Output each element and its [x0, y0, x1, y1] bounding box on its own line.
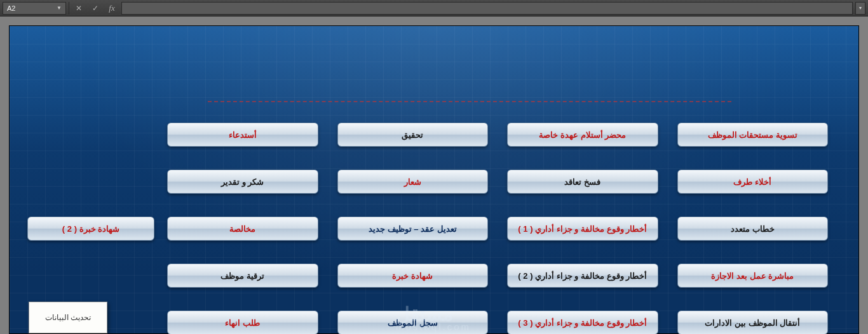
button-cell: أستدعاء [167, 123, 318, 147]
watermark: مستقل mostaql.com [396, 303, 471, 332]
action-button-label: خطاب متعدد [731, 224, 775, 234]
action-button-label: أخطار وقوع مخالفة و جزاء أداري ( 1 ) [518, 224, 647, 234]
action-button[interactable]: أخطار وقوع مخالفة و جزاء أداري ( 3 ) [507, 311, 658, 334]
accept-formula-icon[interactable]: ✓ [88, 2, 102, 15]
button-cell: خطاب متعدد [677, 217, 829, 241]
formula-input[interactable] [121, 2, 853, 15]
button-cell: فسخ تعاقد [507, 170, 658, 194]
action-button[interactable]: تحقيق [337, 123, 489, 147]
button-cell: محضر أستلام عهدة خاصة [507, 123, 658, 147]
formula-bar: A2 ▼ ✕ ✓ fx ▾ [0, 0, 868, 17]
action-button-label: شهادة خبرة [392, 271, 433, 281]
action-button-label: شكر و تقدير [221, 177, 264, 187]
name-box-dropdown-icon[interactable]: ▼ [57, 5, 62, 11]
extra-column: شهادة خبرة ( 2 ) [27, 217, 154, 241]
button-cell: أخطار وقوع مخالفة و جزاء أداري ( 3 ) [507, 311, 658, 334]
action-button[interactable]: أخلاء طرف [677, 170, 829, 194]
action-button[interactable]: مخالصة [167, 217, 318, 241]
name-box[interactable]: A2 ▼ [3, 2, 66, 15]
action-button[interactable]: ترقية موظف [167, 264, 318, 288]
action-button[interactable]: تسوية مستحقات الموظف [677, 123, 829, 147]
action-button-label: مباشرة عمل بعد الاجازة [711, 271, 794, 281]
action-button-label: أنتقال الموظف بين الادارات [705, 318, 800, 328]
action-button-label: محضر أستلام عهدة خاصة [539, 130, 626, 140]
button-row: أنتقال الموظف بين الاداراتأخطار وقوع مخا… [167, 311, 828, 334]
button-cell: شهادة خبرة [337, 264, 489, 288]
action-button-label: تعديل عقد – توظيف جديد [369, 224, 457, 234]
action-button-label: فسخ تعاقد [564, 177, 600, 187]
watermark-small: mostaql.com [396, 321, 471, 332]
action-button[interactable]: مباشرة عمل بعد الاجازة [677, 264, 829, 288]
button-cell: مخالصة [167, 217, 318, 241]
button-row: خطاب متعددأخطار وقوع مخالفة و جزاء أداري… [167, 217, 828, 241]
action-button-label: تحقيق [402, 130, 423, 140]
button-cell: شهادة خبرة ( 2 ) [27, 217, 154, 241]
button-row: مباشرة عمل بعد الاجازةأخطار وقوع مخالفة … [167, 264, 828, 288]
button-cell: أنتقال الموظف بين الادارات [677, 311, 829, 334]
action-button[interactable]: أخطار وقوع مخالفة و جزاء أداري ( 1 ) [507, 217, 658, 241]
button-cell: طلب انهاء [167, 311, 318, 334]
action-button-label: ترقية موظف [220, 271, 264, 281]
button-grid: تسوية مستحقات الموظفمحضر أستلام عهدة خاص… [167, 123, 828, 334]
action-button-label: أخلاء طرف [733, 177, 771, 187]
divider [69, 2, 69, 15]
action-button[interactable]: شهادة خبرة ( 2 ) [27, 217, 154, 241]
button-cell: شكر و تقدير [167, 170, 318, 194]
action-button-label: أخطار وقوع مخالفة و جزاء أداري ( 3 ) [518, 318, 647, 328]
cancel-formula-icon[interactable]: ✕ [72, 2, 86, 15]
button-cell: أخطار وقوع مخالفة و جزاء أداري ( 1 ) [507, 217, 658, 241]
action-button-label: أخطار وقوع مخالفة و جزاء أداري ( 2 ) [518, 271, 647, 281]
button-cell: مباشرة عمل بعد الاجازة [677, 264, 829, 288]
action-button-label: مخالصة [229, 224, 255, 234]
action-button[interactable]: خطاب متعدد [677, 217, 829, 241]
section-separator [208, 101, 731, 102]
action-button[interactable]: شعار [337, 170, 489, 194]
action-button[interactable]: فسخ تعاقد [507, 170, 658, 194]
action-button[interactable]: أنتقال الموظف بين الادارات [677, 311, 829, 334]
action-button[interactable]: أستدعاء [167, 123, 318, 147]
button-cell: أخطار وقوع مخالفة و جزاء أداري ( 2 ) [507, 264, 658, 288]
action-button[interactable]: طلب انهاء [167, 311, 318, 334]
button-cell: تسوية مستحقات الموظف [677, 123, 829, 147]
action-button[interactable]: تعديل عقد – توظيف جديد [337, 217, 489, 241]
update-data-label: تحديث البيانات [45, 313, 91, 322]
action-button[interactable]: محضر أستلام عهدة خاصة [507, 123, 658, 147]
button-cell: ترقية موظف [167, 264, 318, 288]
button-row: أخلاء طرففسخ تعاقدشعارشكر و تقدير [167, 170, 828, 194]
sheet-area: تسوية مستحقات الموظفمحضر أستلام عهدة خاص… [0, 17, 868, 334]
button-cell: أخلاء طرف [677, 170, 829, 194]
action-button[interactable]: شهادة خبرة [337, 264, 489, 288]
action-button-label: طلب انهاء [225, 318, 260, 328]
canvas-background: تسوية مستحقات الموظفمحضر أستلام عهدة خاص… [9, 25, 859, 334]
button-row: تسوية مستحقات الموظفمحضر أستلام عهدة خاص… [167, 123, 828, 147]
action-button[interactable]: شكر و تقدير [167, 170, 318, 194]
action-button-label: أستدعاء [229, 130, 257, 140]
action-button-label: تسوية مستحقات الموظف [708, 130, 797, 140]
button-cell: شعار [337, 170, 489, 194]
button-cell: تعديل عقد – توظيف جديد [337, 217, 489, 241]
fx-icon[interactable]: fx [105, 2, 119, 15]
action-button[interactable]: أخطار وقوع مخالفة و جزاء أداري ( 2 ) [507, 264, 658, 288]
cell-reference: A2 [7, 4, 15, 12]
button-cell: تحقيق [337, 123, 489, 147]
action-button-label: شعار [404, 177, 421, 187]
update-data-button[interactable]: تحديث البيانات [29, 302, 107, 333]
formula-expand-icon[interactable]: ▾ [855, 2, 865, 15]
action-button-label: شهادة خبرة ( 2 ) [62, 224, 119, 234]
